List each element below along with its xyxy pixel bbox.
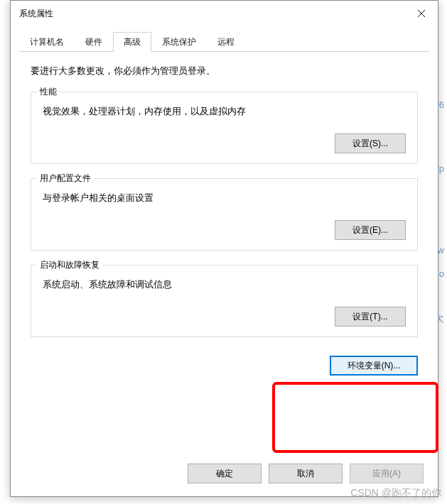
dialog-title: 系统属性 (19, 8, 53, 20)
system-properties-dialog: 系统属性 计算机名 硬件 高级 系统保护 远程 要进行大多数更改，你必须作为管理… (10, 0, 438, 497)
apply-button[interactable]: 应用(A) (350, 464, 424, 483)
tab-hardware[interactable]: 硬件 (75, 32, 113, 52)
group-performance: 性能 视觉效果，处理器计划，内存使用，以及虚拟内存 设置(S)... (31, 92, 418, 164)
ok-button[interactable]: 确定 (188, 464, 262, 483)
bg-char: o (439, 268, 444, 279)
tab-computer-name[interactable]: 计算机名 (19, 32, 75, 52)
tab-system-protection[interactable]: 系统保护 (151, 32, 207, 52)
group-startup-recovery-title: 启动和故障恢复 (37, 259, 102, 271)
group-user-profiles: 用户配置文件 与登录帐户相关的桌面设置 设置(E)... (31, 178, 418, 251)
group-performance-title: 性能 (37, 86, 60, 98)
admin-note: 要进行大多数更改，你必须作为管理员登录。 (31, 65, 418, 77)
tab-advanced[interactable]: 高级 (113, 32, 151, 53)
group-user-profiles-title: 用户配置文件 (37, 172, 94, 185)
tabstrip: 计算机名 硬件 高级 系统保护 远程 (11, 26, 438, 52)
group-startup-recovery: 启动和故障恢复 系统启动、系统故障和调试信息 设置(T)... (31, 265, 418, 337)
tab-remote[interactable]: 远程 (207, 32, 245, 52)
titlebar: 系统属性 (11, 1, 438, 26)
group-startup-recovery-desc: 系统启动、系统故障和调试信息 (43, 278, 406, 291)
cancel-button[interactable]: 取消 (269, 464, 343, 483)
group-user-profiles-desc: 与登录帐户相关的桌面设置 (43, 192, 406, 204)
bg-char: p (439, 163, 444, 174)
close-icon (417, 9, 426, 18)
dialog-footer: 确定 取消 应用(A) (11, 454, 438, 496)
startup-recovery-settings-button[interactable]: 设置(T)... (335, 307, 406, 327)
environment-variables-button[interactable]: 环境变量(N)... (330, 356, 418, 376)
close-button[interactable] (405, 2, 438, 25)
bg-char: 6 (439, 99, 444, 110)
performance-settings-button[interactable]: 设置(S)... (335, 133, 406, 153)
tab-content-advanced: 要进行大多数更改，你必须作为管理员登录。 性能 视觉效果，处理器计划，内存使用，… (11, 52, 438, 454)
group-performance-desc: 视觉效果，处理器计划，内存使用，以及虚拟内存 (43, 105, 406, 118)
bg-char: w (438, 245, 444, 256)
env-vars-row: 环境变量(N)... (31, 351, 418, 383)
user-profiles-settings-button[interactable]: 设置(E)... (335, 220, 406, 240)
